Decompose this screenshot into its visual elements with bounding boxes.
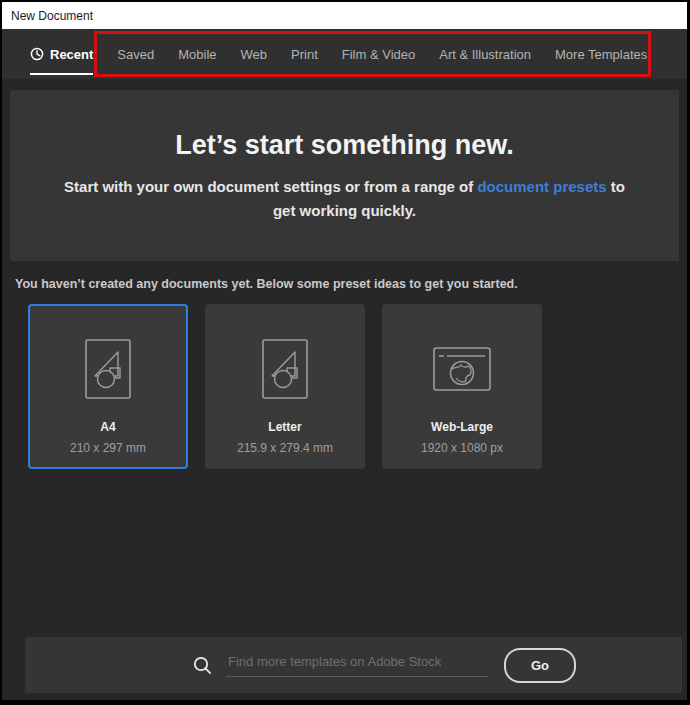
tab-label: Web xyxy=(241,47,268,62)
tab-art-illustration[interactable]: Art & Illustration xyxy=(439,29,531,79)
preset-size: 1920 x 1080 px xyxy=(421,441,503,455)
preset-card-row: A4 210 x 297 mm Letter 215.9 x 279.4 mm xyxy=(28,304,687,469)
tab-label: Film & Video xyxy=(342,47,415,62)
new-document-dialog: New Document Recent Saved Mobile Web Pri… xyxy=(2,2,687,700)
tab-label: Mobile xyxy=(178,47,216,62)
title-bar: New Document xyxy=(2,2,687,29)
tab-film-video[interactable]: Film & Video xyxy=(342,29,415,79)
web-globe-icon xyxy=(433,339,491,399)
stock-search-input[interactable] xyxy=(226,654,488,677)
tab-label: More Templates xyxy=(555,47,647,62)
tab-label: Print xyxy=(291,47,318,62)
search-icon[interactable] xyxy=(193,656,212,675)
hero-subtitle: Start with your own document settings or… xyxy=(55,175,635,223)
document-preset-icon xyxy=(85,339,131,399)
tab-more-templates[interactable]: More Templates xyxy=(555,29,647,79)
tab-recent[interactable]: Recent xyxy=(30,29,93,79)
go-button[interactable]: Go xyxy=(504,648,576,683)
window-title: New Document xyxy=(11,9,93,23)
tab-mobile[interactable]: Mobile xyxy=(178,29,216,79)
tab-label: Art & Illustration xyxy=(439,47,531,62)
adobe-stock-search-bar: Go xyxy=(25,637,682,693)
preset-name: Web-Large xyxy=(431,420,493,434)
preset-name: A4 xyxy=(100,420,115,434)
document-preset-icon xyxy=(262,339,308,399)
empty-state-message: You haven’t created any documents yet. B… xyxy=(15,277,687,291)
preset-card-web-large[interactable]: Web-Large 1920 x 1080 px xyxy=(382,304,542,469)
tab-label: Recent xyxy=(50,47,93,62)
preset-size: 215.9 x 279.4 mm xyxy=(237,441,333,455)
tab-web[interactable]: Web xyxy=(241,29,268,79)
tab-label: Saved xyxy=(117,47,154,62)
tab-saved[interactable]: Saved xyxy=(117,29,154,79)
preset-name: Letter xyxy=(268,420,301,434)
preset-card-letter[interactable]: Letter 215.9 x 279.4 mm xyxy=(205,304,365,469)
go-button-label: Go xyxy=(531,658,549,673)
hero-title: Let’s start something new. xyxy=(175,130,514,161)
clock-icon xyxy=(30,47,44,61)
document-presets-link[interactable]: document presets xyxy=(477,178,606,195)
hero-panel: Let’s start something new. Start with yo… xyxy=(10,90,679,261)
preset-size: 210 x 297 mm xyxy=(70,441,146,455)
tab-print[interactable]: Print xyxy=(291,29,318,79)
hero-subtitle-text: Start with your own document settings or… xyxy=(64,178,477,195)
preset-card-a4[interactable]: A4 210 x 297 mm xyxy=(28,304,188,469)
category-tab-bar: Recent Saved Mobile Web Print Film & Vid… xyxy=(2,29,687,79)
